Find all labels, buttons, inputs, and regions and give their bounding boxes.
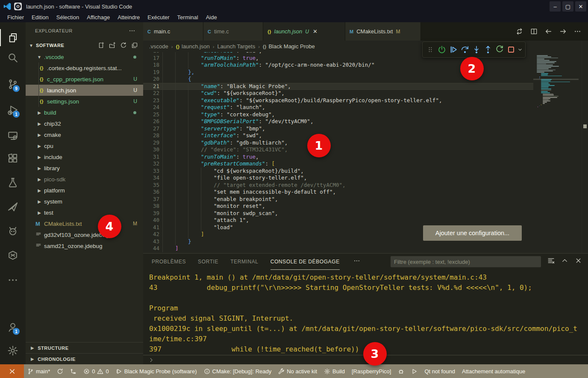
status-cmake-build[interactable]: Build	[320, 364, 348, 378]
section-timeline[interactable]: ▶ CHRONOLOGIE	[26, 353, 143, 364]
compare-changes-icon[interactable]	[516, 28, 523, 35]
activity-item-run-and-debug[interactable]: 1	[0, 100, 26, 119]
section-structure[interactable]: ▶ STRUCTURE	[26, 342, 143, 353]
tree-folder-build[interactable]: ▶build	[26, 107, 143, 118]
chevron-down-button[interactable]	[517, 43, 523, 56]
tree-folder-cpu[interactable]: ▶cpu	[26, 140, 143, 151]
continue-button[interactable]	[447, 43, 459, 56]
panel-tab-probl-mes[interactable]: PROBLÈMES	[152, 254, 186, 270]
activity-item-explorer[interactable]	[0, 28, 26, 47]
tab-main-c[interactable]: Cmain.c	[143, 22, 203, 41]
panel-tab-sortie[interactable]: SORTIE	[198, 254, 218, 270]
menu-item-affichage[interactable]: Affichage	[83, 13, 114, 22]
menu-item-terminal[interactable]: Terminal	[173, 13, 202, 22]
activity-item-additional-views[interactable]	[0, 271, 26, 289]
activity-item-cortex-debug[interactable]	[0, 221, 26, 240]
status-launch-target[interactable]	[408, 364, 421, 378]
tree-file-gd32vf103-ozone-jdebug[interactable]: gd32vf103_ozone.jdebug	[26, 229, 143, 240]
stop-button[interactable]	[505, 43, 517, 56]
breadcrumb-item[interactable]: Launch Targets	[218, 43, 256, 50]
breadcrumb-item[interactable]: {}Black Magic Probe	[263, 43, 315, 50]
tree-file-samd21-ozone-jdebug[interactable]: samd21_ozone.jdebug	[26, 240, 143, 251]
minimap[interactable]	[533, 53, 579, 250]
debug-console-output[interactable]: Breakpoint 1, main () at /mnt/data/git/o…	[143, 270, 588, 355]
activity-item-remote-explorer[interactable]	[0, 126, 26, 145]
tree-folder-chip32[interactable]: ▶chip32	[26, 118, 143, 129]
workspace-section-header[interactable]: ▼ SOFTWARE	[26, 39, 143, 51]
status-qt-status[interactable]: Qt not found	[421, 364, 459, 378]
tree-folder-pico-sdk[interactable]: ▶pico-sdk	[26, 174, 143, 185]
tree-file-launch-json[interactable]: {}launch.jsonU	[26, 85, 143, 96]
tab-launch-json[interactable]: {}launch.jsonU✕	[263, 22, 345, 41]
status-debug-target[interactable]	[394, 364, 408, 378]
maximize-button[interactable]: ▢	[562, 1, 573, 12]
new-file-icon[interactable]	[98, 42, 105, 49]
activity-item-search[interactable]	[0, 48, 26, 67]
activity-item-testing[interactable]	[0, 173, 26, 192]
arrow-right-icon[interactable]	[559, 28, 567, 35]
close-button[interactable]: ✕	[575, 1, 586, 12]
tree-file-settings-json[interactable]: {}settings.jsonU	[26, 96, 143, 107]
menu-item-exécuter[interactable]: Exécuter	[144, 13, 173, 22]
tree-folder-system[interactable]: ▶system	[26, 196, 143, 207]
restart-button[interactable]	[494, 43, 505, 56]
more-actions-icon[interactable]	[129, 27, 135, 34]
clear-console-icon[interactable]	[547, 257, 555, 264]
breadcrumb-item[interactable]: {}launch.json	[176, 43, 209, 50]
status-git-branch[interactable]: main*	[24, 364, 53, 378]
refresh-icon[interactable]	[120, 42, 127, 49]
minimize-button[interactable]: –	[550, 1, 561, 12]
close-panel-icon[interactable]	[575, 257, 582, 264]
debug-console-filter-input[interactable]	[391, 256, 541, 267]
activity-item-extensions[interactable]	[0, 149, 26, 168]
editor-scrollbar[interactable]	[582, 41, 588, 253]
panel-tab-console-de-d-bogage[interactable]: CONSOLE DE DÉBOGAGE	[270, 254, 340, 270]
activity-item-platformio[interactable]	[0, 197, 26, 216]
tree-folder-test[interactable]: ▶test	[26, 207, 143, 218]
collapse-all-icon[interactable]	[131, 42, 138, 49]
step-out-button[interactable]	[482, 43, 494, 56]
panel-tab-terminal[interactable]: TERMINAL	[230, 254, 258, 270]
new-folder-icon[interactable]	[109, 42, 116, 49]
menu-item-edition[interactable]: Edition	[28, 13, 53, 22]
more-panel-tabs-icon[interactable]	[353, 257, 360, 266]
tab-time-c[interactable]: Ctime.c	[203, 22, 263, 41]
tree-file-cmakelists-txt[interactable]: MCMakeLists.txtM	[26, 218, 143, 229]
tree-folder-library[interactable]: ▶library	[26, 162, 143, 174]
power-button[interactable]	[436, 43, 447, 56]
status-cmake-kit[interactable]: No active kit	[275, 364, 320, 378]
activity-item-source-control[interactable]: 9	[0, 75, 26, 94]
status-debug-configuration[interactable]: Black Magic Probe (software)	[112, 364, 200, 378]
tree-file--cortex-debug-registers-stat-[interactable]: {}.cortex-debug.registers.stat...	[26, 62, 143, 74]
status-problems[interactable]: 00	[80, 364, 112, 378]
step-into-button[interactable]	[470, 43, 482, 56]
status-cmake-status[interactable]: CMake: [Debug]: Ready	[200, 364, 275, 378]
close-tab-icon[interactable]: ✕	[313, 28, 318, 35]
step-over-button[interactable]	[459, 43, 470, 56]
tree-folder-include[interactable]: ▶include	[26, 151, 143, 162]
breadcrumb-item[interactable]: .vscode	[149, 43, 168, 50]
activity-item-nsis[interactable]	[0, 246, 26, 265]
menu-item-atteindre[interactable]: Atteindre	[114, 13, 144, 22]
tab-CMakeLists-txt[interactable]: MCMakeLists.txtM	[345, 22, 421, 41]
tree-file-c-cpp-properties-json[interactable]: {}c_cpp_properties.jsonU	[26, 74, 143, 85]
code-editor[interactable]: 16"interface": "swd",17"runToMain": true…	[143, 52, 533, 253]
menu-item-aide[interactable]: Aide	[202, 13, 221, 22]
add-configuration-button[interactable]: Ajouter une configuration...	[423, 225, 522, 241]
status-gitlens-compare[interactable]	[67, 364, 80, 378]
more-icon[interactable]	[574, 28, 581, 35]
split-editor-icon[interactable]	[530, 28, 538, 35]
tree-folder-platform[interactable]: ▶platform	[26, 185, 143, 196]
arrow-left-icon[interactable]	[545, 28, 552, 35]
tree-folder--vscode[interactable]: ▼.vscode	[26, 51, 143, 62]
status-build-target[interactable]: [RaspberryPico]	[348, 364, 394, 378]
menu-item-sélection[interactable]: Sélection	[53, 13, 83, 22]
status-remote-indicator[interactable]	[0, 364, 24, 378]
activity-item-manage[interactable]	[0, 341, 26, 360]
tree-folder-cmake[interactable]: ▶cmake	[26, 129, 143, 140]
status-auto-attach[interactable]: Attachement automatique	[459, 364, 529, 378]
collapse-panel-icon[interactable]	[561, 257, 568, 264]
menu-item-fichier[interactable]: Fichier	[3, 13, 28, 22]
status-git-sync[interactable]	[53, 364, 67, 378]
activity-item-accounts[interactable]: 1	[0, 318, 26, 337]
